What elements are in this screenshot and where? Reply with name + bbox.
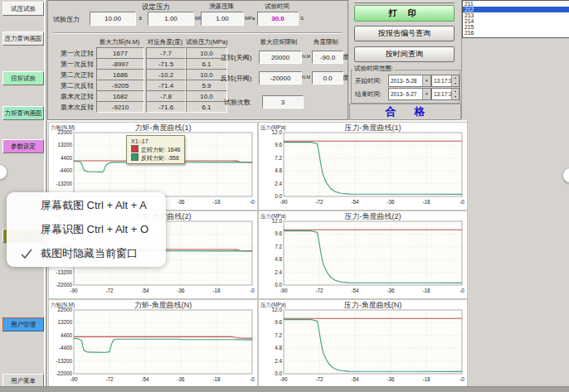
- start-time-spinner[interactable]: 13:17:35 ▲▼: [431, 75, 460, 87]
- row-label: 最末次反转: [48, 103, 94, 112]
- svg-text:-4400: -4400: [59, 167, 73, 173]
- torque-unit-label: N.M: [302, 75, 310, 80]
- svg-text:-18: -18: [212, 288, 221, 293]
- test-pressure-field[interactable]: 10.00: [90, 12, 136, 26]
- clipped-top-button[interactable]: [354, 0, 455, 3]
- forward-angle-limit-field[interactable]: -90.0: [312, 51, 343, 64]
- svg-text:-36: -36: [387, 288, 395, 293]
- legend-entry: 正转力矩: 1646: [131, 145, 180, 153]
- list-item[interactable]: 216: [463, 30, 569, 36]
- svg-text:-72: -72: [315, 199, 323, 205]
- spinner-arrows-icon[interactable]: ▲▼: [451, 89, 459, 99]
- time-unit-label: S: [300, 16, 304, 21]
- svg-text:-0: -0: [460, 376, 464, 382]
- sidebar-item-pressure-query[interactable]: 压力查询画面: [2, 31, 44, 46]
- test-pressure-label: 试验压力: [53, 15, 80, 24]
- svg-text:-0: -0: [250, 376, 255, 382]
- leak-drop-field[interactable]: 1.00: [201, 12, 244, 26]
- svg-text:9.6: 9.6: [275, 230, 282, 236]
- chevron-down-icon[interactable]: ▼: [422, 89, 430, 99]
- query-by-time-button[interactable]: 按时间查询: [354, 46, 455, 62]
- sidebar-item-pressure-test[interactable]: 试压试验: [2, 2, 44, 16]
- svg-text:4.8: 4.8: [275, 167, 282, 173]
- chart-legend: X1:-17正转力矩: 1646反转力矩: -556: [126, 135, 185, 164]
- angle-value: -71.4: [146, 80, 186, 91]
- torque-unit-label: N.M: [302, 54, 310, 59]
- query-by-report-button[interactable]: 按报告编号查询: [354, 26, 455, 41]
- legend-cursor-x: X1:-17: [131, 138, 180, 145]
- angle-value: -10.2: [146, 69, 186, 80]
- print-button[interactable]: 打 印: [354, 5, 455, 22]
- check-icon: [20, 247, 33, 260]
- list-item[interactable]: 214: [463, 18, 569, 24]
- sidebar-item-torque-test[interactable]: 扭矩试验: [2, 71, 44, 85]
- leak-drop-label: 泄露压降: [200, 2, 243, 11]
- legend-swatch-icon: [131, 145, 139, 152]
- svg-text:-22000: -22000: [56, 370, 72, 376]
- spinner-arrows-icon[interactable]: ▲▼: [451, 75, 459, 86]
- right-edge-handle[interactable]: [562, 167, 569, 183]
- report-number-list[interactable]: 211 212 213 214 215 216: [462, 0, 569, 38]
- forward-torque-limit-field[interactable]: 20000: [259, 51, 302, 64]
- svg-text:-36: -36: [177, 288, 185, 293]
- svg-text:-90: -90: [70, 288, 78, 293]
- sidebar-item-user-management[interactable]: 用户管理: [2, 317, 44, 332]
- row-label: 第一次正转: [48, 49, 94, 58]
- start-date-combo[interactable]: 2013- 5-28 ▼: [388, 75, 431, 87]
- svg-text:-54: -54: [351, 199, 359, 205]
- settings-panel: 设定压力 试验压力 10.00 ± 1.00 MPa 泄露压降 1.00 MPa…: [47, 0, 348, 120]
- torque-value: 1686: [96, 69, 144, 80]
- svg-text:-54: -54: [351, 288, 359, 293]
- menu-item-hide-window-toggle[interactable]: 截图时隐藏当前窗口: [7, 243, 166, 264]
- svg-text:-54: -54: [351, 376, 359, 382]
- svg-text:2.4: 2.4: [275, 358, 282, 364]
- end-date-combo[interactable]: 2013- 6-27 ▼: [388, 88, 431, 100]
- time-range-title: 试验时间范围:: [353, 65, 395, 73]
- svg-text:12.0: 12.0: [272, 129, 283, 135]
- menu-item-screen-capture[interactable]: 屏幕截图 Ctrl + Alt + A: [7, 195, 166, 216]
- svg-text:-13200: -13200: [56, 269, 72, 275]
- chevron-down-icon[interactable]: ▼: [422, 75, 430, 86]
- svg-text:压力-角度曲线(N): 压力-角度曲线(N): [344, 301, 402, 309]
- list-item[interactable]: 211: [463, 1, 569, 7]
- svg-text:-90: -90: [70, 376, 78, 382]
- svg-text:13200: 13200: [57, 142, 72, 148]
- svg-text:22000: 22000: [57, 129, 72, 135]
- reverse-torque-limit-field[interactable]: -20000: [259, 71, 302, 85]
- forward-close-label: 正转(关阀): [221, 53, 251, 62]
- svg-text:2.4: 2.4: [275, 181, 282, 186]
- angle-value: -71.5: [146, 58, 186, 70]
- list-item[interactable]: 215: [463, 24, 569, 30]
- angle-unit-label: 度: [343, 53, 348, 61]
- svg-text:-22000: -22000: [56, 282, 72, 288]
- svg-text:-0: -0: [250, 199, 255, 205]
- menu-item-screen-ocr[interactable]: 屏幕识图 Ctrl + Alt + O: [7, 219, 166, 240]
- test-count-field[interactable]: 3: [262, 95, 304, 109]
- end-date-value: 2013- 6-27: [389, 89, 422, 99]
- menu-item-label: 屏幕截图 Ctrl + Alt + A: [41, 198, 147, 213]
- svg-text:力矩-角度曲线(N): 力矩-角度曲线(N): [134, 301, 192, 309]
- torque-angle-chart-n: 力矩(N.M)力矩-角度曲线(N)22000132004400-4400-132…: [48, 299, 258, 388]
- svg-text:-36: -36: [387, 199, 395, 205]
- list-item-selected[interactable]: 212: [463, 7, 569, 12]
- tolerance-field[interactable]: 1.00: [148, 12, 194, 26]
- end-time-spinner[interactable]: 13:17:35 ▲▼: [431, 88, 460, 100]
- svg-text:4.8: 4.8: [275, 345, 282, 351]
- svg-text:9.6: 9.6: [275, 142, 282, 148]
- angle-value: -7.8: [146, 90, 186, 102]
- sidebar-item-torque-query[interactable]: 力矩查询画面: [2, 106, 44, 120]
- sidebar-item-parameter-setting[interactable]: 参数设定: [2, 139, 44, 153]
- list-item[interactable]: 213: [463, 12, 569, 18]
- svg-text:-54: -54: [141, 288, 149, 293]
- reverse-angle-limit-field[interactable]: 0.0: [312, 71, 343, 85]
- svg-text:-72: -72: [315, 376, 323, 382]
- svg-text:12.0: 12.0: [272, 307, 283, 312]
- svg-text:22000: 22000: [57, 307, 72, 312]
- svg-text:0.0: 0.0: [275, 370, 282, 376]
- test-time-field[interactable]: 30.0: [257, 12, 299, 26]
- pressure-angle-chart-n: 压力(MPa)压力-角度曲线(N)12.09.67.24.82.40.0-90-…: [258, 299, 468, 388]
- leak-unit-label: MPa: [245, 16, 255, 21]
- result-status-badge: 合 格: [349, 104, 461, 120]
- svg-text:-0: -0: [460, 288, 464, 293]
- svg-text:-18: -18: [422, 288, 430, 293]
